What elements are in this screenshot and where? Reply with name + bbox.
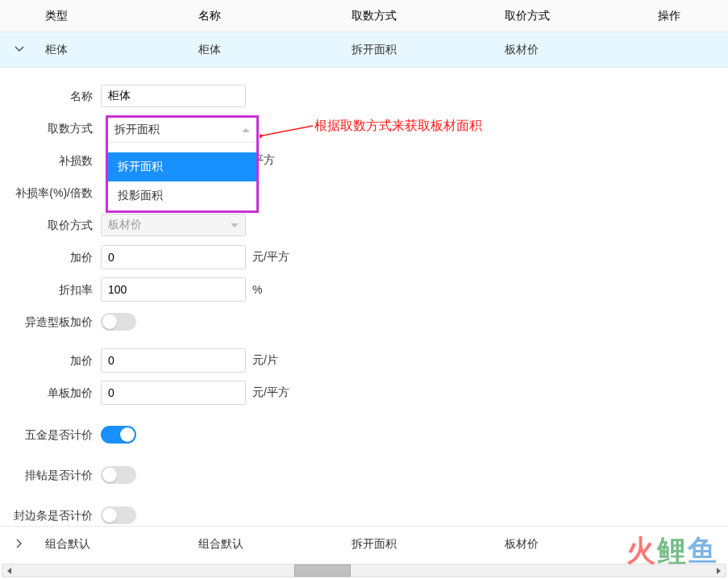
edge-switch[interactable] [101, 506, 136, 524]
collapse-icon[interactable] [6, 44, 32, 54]
col-header-type: 类型 [39, 9, 192, 23]
expand-icon[interactable] [6, 539, 32, 548]
addprice-input[interactable]: − + [101, 245, 246, 269]
addprice2-field[interactable] [102, 349, 246, 372]
label-discount: 折扣率 [0, 282, 101, 297]
col-header-op: 操作 [651, 9, 728, 23]
label-hardware: 五金是否计价 [0, 427, 101, 442]
label-loss: 补损数 [0, 153, 101, 168]
table-row[interactable]: 组合默认 组合默认 拆开面积 板材价 [0, 526, 728, 561]
cell-type: 柜体 [39, 43, 192, 57]
table-row[interactable]: 柜体 柜体 拆开面积 板材价 [0, 32, 728, 68]
chevron-down-icon [231, 223, 239, 227]
label-name: 名称 [0, 89, 101, 103]
chevron-up-icon [242, 128, 250, 132]
label-drill: 排钻是否计价 [0, 468, 101, 482]
method-dropdown: 拆开面积 拆开面积 投影面积 [106, 115, 259, 213]
label-addprice: 加价 [0, 250, 101, 265]
col-header-price: 取价方式 [498, 9, 651, 23]
table-header: 类型 名称 取数方式 取价方式 操作 [0, 0, 728, 32]
cell-type: 组合默认 [39, 537, 192, 552]
method-select[interactable]: 拆开面积 [108, 118, 256, 143]
cell-name: 组合默认 [192, 537, 345, 552]
drill-switch[interactable] [101, 466, 136, 484]
single-field[interactable] [102, 381, 246, 404]
discount-input[interactable]: − + [101, 277, 246, 302]
cell-price: 板材价 [498, 537, 651, 552]
scroll-thumb[interactable] [294, 564, 351, 577]
unit-addprice: 元/平方 [252, 250, 289, 265]
discount-field[interactable] [102, 278, 246, 301]
cell-method: 拆开面积 [345, 43, 498, 57]
price-select-value: 板材价 [108, 218, 142, 232]
label-price: 取价方式 [0, 218, 101, 232]
unit-addprice2: 元/片 [252, 353, 278, 368]
label-edge: 封边条是否计价 [0, 508, 101, 523]
unit-single: 元/平方 [252, 385, 289, 400]
dropdown-option-touying[interactable]: 投影面积 [108, 181, 256, 210]
name-input[interactable] [101, 85, 246, 107]
dropdown-option-chaikal[interactable]: 拆开面积 [108, 152, 256, 181]
scroll-right-button[interactable] [712, 564, 726, 577]
addprice2-input[interactable]: − + [101, 348, 246, 373]
price-select[interactable]: 板材价 [101, 214, 246, 236]
scroll-track[interactable] [16, 564, 712, 577]
hardware-switch[interactable] [101, 426, 136, 444]
unit-discount: % [252, 283, 262, 296]
label-method: 取数方式 [0, 121, 101, 135]
method-select-value: 拆开面积 [114, 123, 160, 137]
col-header-method: 取数方式 [345, 9, 498, 23]
addprice-field[interactable] [102, 246, 246, 269]
label-addprice2: 加价 [0, 353, 101, 368]
cell-method: 拆开面积 [345, 537, 498, 552]
cell-name: 柜体 [192, 43, 345, 57]
label-single: 单板加价 [0, 385, 101, 400]
single-input[interactable]: − + [101, 381, 246, 405]
label-special: 异造型板加价 [0, 314, 101, 329]
label-lossrate: 补损率(%)/倍数 [0, 185, 101, 200]
cell-price: 板材价 [498, 43, 651, 57]
col-header-name: 名称 [192, 9, 345, 23]
special-switch[interactable] [101, 313, 136, 331]
horizontal-scrollbar[interactable] [2, 564, 726, 577]
scroll-left-button[interactable] [2, 564, 16, 577]
